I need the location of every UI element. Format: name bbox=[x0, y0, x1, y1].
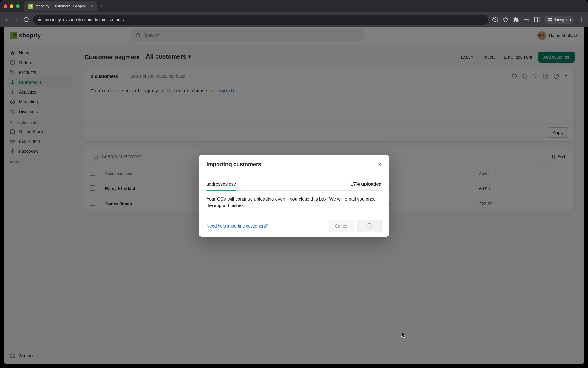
modal-overlay[interactable]: Importing customers × addresses.csv 17% … bbox=[4, 27, 584, 364]
incognito-icon bbox=[547, 17, 553, 22]
tab-title: moodjoy · Customers · Shopify bbox=[36, 4, 85, 8]
forward-button[interactable] bbox=[13, 17, 20, 23]
help-link[interactable]: Need help importing customers? bbox=[206, 224, 268, 228]
url-bar[interactable]: moodjoy.myshopify.com/admin/customers bbox=[33, 15, 488, 25]
cursor-icon bbox=[401, 332, 406, 339]
lock-icon bbox=[37, 17, 42, 22]
upload-file-name: addresses.csv bbox=[206, 181, 236, 186]
close-icon[interactable]: × bbox=[378, 161, 382, 169]
svg-point-9 bbox=[581, 19, 582, 20]
modal-title: Importing customers bbox=[206, 161, 261, 168]
browser-tab-strip: S moodjoy · Customers · Shopify × + bbox=[0, 0, 588, 12]
extensions-icon[interactable] bbox=[513, 17, 519, 23]
star-icon[interactable] bbox=[503, 17, 509, 23]
new-tab-button[interactable]: + bbox=[100, 3, 103, 10]
window-maximize-icon[interactable] bbox=[16, 4, 20, 8]
cancel-button[interactable]: Cancel bbox=[329, 220, 354, 232]
import-modal: Importing customers × addresses.csv 17% … bbox=[199, 155, 389, 237]
favicon-icon: S bbox=[28, 4, 33, 9]
svg-point-10 bbox=[581, 21, 582, 22]
spinner-icon bbox=[367, 223, 372, 229]
modal-body-text: Your CSV will continue uploading even if… bbox=[206, 196, 382, 209]
svg-point-6 bbox=[548, 19, 550, 21]
browser-tab[interactable]: S moodjoy · Customers · Shopify × bbox=[24, 1, 97, 11]
browser-toolbar: moodjoy.myshopify.com/admin/customers In… bbox=[0, 12, 588, 27]
upload-percent: 17% uploaded bbox=[351, 181, 382, 186]
submit-button-loading bbox=[357, 220, 382, 232]
svg-point-7 bbox=[550, 19, 552, 21]
incognito-badge[interactable]: Incognito bbox=[544, 16, 574, 24]
window-controls bbox=[4, 4, 20, 8]
panel-icon[interactable] bbox=[534, 17, 540, 23]
window-minimize-icon[interactable] bbox=[10, 4, 13, 8]
incognito-label: Incognito bbox=[555, 17, 571, 22]
eye-off-icon[interactable] bbox=[492, 17, 498, 23]
reading-list-icon[interactable] bbox=[523, 17, 530, 23]
svg-rect-4 bbox=[535, 17, 539, 22]
app-window: shopify Search RK Ramy Khuffash Home Ord… bbox=[4, 27, 584, 364]
progress-fill bbox=[206, 190, 236, 191]
tab-close-icon[interactable]: × bbox=[90, 4, 93, 9]
reload-button[interactable] bbox=[23, 17, 29, 23]
tab-overflow-icon[interactable] bbox=[580, 4, 584, 8]
back-button[interactable] bbox=[4, 17, 10, 23]
window-close-icon[interactable] bbox=[4, 4, 7, 8]
svg-marker-0 bbox=[503, 17, 508, 22]
menu-icon[interactable] bbox=[578, 17, 584, 23]
svg-point-8 bbox=[581, 17, 582, 18]
progress-bar bbox=[206, 190, 382, 191]
url-text: moodjoy.myshopify.com/admin/customers bbox=[45, 17, 124, 22]
